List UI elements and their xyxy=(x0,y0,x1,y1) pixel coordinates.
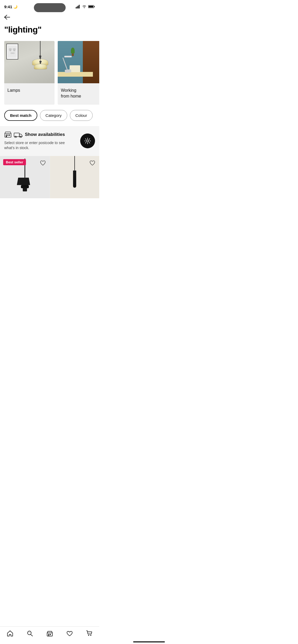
status-bar: 9:41 🌙 xyxy=(0,0,99,12)
svg-rect-6 xyxy=(89,6,93,8)
product-grid: Best seller xyxy=(0,156,99,198)
gear-icon xyxy=(84,137,91,144)
svg-rect-15 xyxy=(6,135,7,136)
wifi-icon xyxy=(82,5,87,8)
category-scroll: Lamps xyxy=(0,41,99,105)
back-button[interactable] xyxy=(0,12,14,23)
battery-icon xyxy=(88,5,95,8)
best-seller-badge: Best seller xyxy=(3,159,26,165)
svg-rect-3 xyxy=(79,5,80,8)
moon-indicator: 🌙 xyxy=(13,5,17,9)
availability-section: Show availabilities Select store or ente… xyxy=(0,126,99,156)
svg-rect-2 xyxy=(78,6,79,8)
delivery-icon xyxy=(14,131,23,138)
wishlist-button-1[interactable] xyxy=(39,159,47,167)
svg-rect-5 xyxy=(94,6,95,7)
filter-colour[interactable]: Colour xyxy=(70,110,93,121)
category-card-wfh[interactable]: Workingfrom home xyxy=(58,41,99,105)
svg-rect-0 xyxy=(76,7,76,8)
status-icons xyxy=(76,5,95,8)
availability-description: Select store or enter postcode to see wh… xyxy=(4,140,76,151)
filter-category[interactable]: Category xyxy=(40,110,67,121)
svg-rect-16 xyxy=(7,135,8,136)
svg-rect-18 xyxy=(6,136,7,137)
wishlist-button-2[interactable] xyxy=(88,159,97,167)
svg-point-11 xyxy=(13,50,15,51)
availability-content: Show availabilities Select store or ente… xyxy=(4,131,76,151)
svg-point-22 xyxy=(87,140,89,142)
wfh-label: Workingfrom home xyxy=(58,83,99,105)
category-card-lamps[interactable]: Lamps xyxy=(4,41,55,105)
svg-rect-17 xyxy=(9,135,10,136)
wfh-image xyxy=(58,41,99,83)
time-display: 9:41 xyxy=(4,4,12,9)
availability-icons: Show availabilities xyxy=(4,131,76,138)
availability-title: Show availabilities xyxy=(25,132,65,137)
svg-rect-1 xyxy=(77,6,78,8)
lamps-label: Lamps xyxy=(4,83,55,99)
lamps-image xyxy=(4,41,55,83)
availability-settings-button[interactable] xyxy=(80,134,95,148)
filter-best-match[interactable]: Best match xyxy=(4,110,37,121)
store-availability-icon xyxy=(4,131,12,138)
svg-rect-19 xyxy=(14,133,19,137)
filter-section: Best match Category Colour xyxy=(0,105,99,121)
svg-point-10 xyxy=(9,50,11,51)
svg-point-20 xyxy=(15,136,16,138)
svg-point-13 xyxy=(12,52,15,54)
signal-icon xyxy=(76,5,80,8)
search-query-title: "lighting" xyxy=(0,23,99,41)
svg-point-21 xyxy=(20,136,21,138)
wall-frame-decoration xyxy=(6,44,18,59)
product-card-1[interactable]: Best seller xyxy=(0,156,50,198)
product-card-2[interactable] xyxy=(50,156,100,198)
status-time: 9:41 🌙 xyxy=(4,4,17,9)
dynamic-island xyxy=(34,3,66,12)
